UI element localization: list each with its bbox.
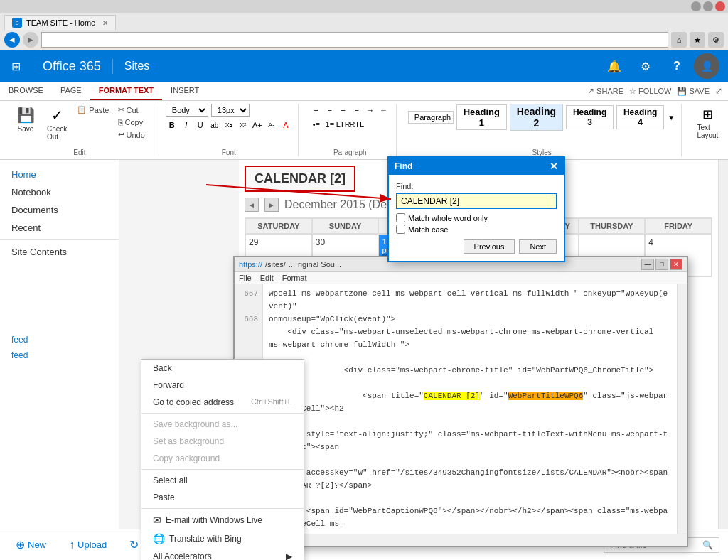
copy-icon: ⎘: [118, 118, 123, 126]
calendar-next-button[interactable]: ►: [264, 198, 279, 212]
ctx-accelerators[interactable]: All Accelerators ▶: [141, 548, 304, 560]
waffle-button[interactable]: ⊞: [0, 50, 31, 82]
calendar-title: CALENDAR [2]: [245, 166, 355, 192]
nav-recent[interactable]: Recent: [0, 219, 119, 237]
previous-button[interactable]: Previous: [464, 239, 515, 254]
style-heading3[interactable]: Heading 3: [566, 105, 614, 129]
nav-notebook[interactable]: Notebook: [0, 183, 119, 201]
follow-button[interactable]: ☆ FOLLOW: [629, 87, 671, 96]
underline-button[interactable]: U: [194, 119, 207, 131]
tab-insert[interactable]: INSERT: [162, 82, 208, 100]
expand-icon[interactable]: ⤢: [715, 86, 722, 96]
feed-item-2[interactable]: feed: [0, 348, 119, 363]
ctx-translate-bing[interactable]: 🌐 Translate with Bing: [141, 529, 304, 548]
next-button[interactable]: Next: [519, 239, 557, 254]
numbered-list-button[interactable]: 1≡: [323, 118, 336, 131]
align-left-button[interactable]: ≡: [310, 104, 323, 117]
forward-button[interactable]: ►: [23, 32, 38, 48]
styles-more-button[interactable]: ▼: [667, 111, 675, 124]
bell-icon[interactable]: 🔔: [600, 50, 628, 82]
find-close-button[interactable]: ✕: [550, 161, 558, 172]
match-case-checkbox[interactable]: [396, 225, 405, 234]
calendar-prev-button[interactable]: ◄: [245, 198, 259, 212]
tab-close-button[interactable]: ✕: [102, 19, 108, 27]
ctx-select-all[interactable]: Select all: [141, 472, 304, 489]
style-heading1[interactable]: Heading 1: [456, 104, 507, 130]
code-area[interactable]: wpcell ms-webpartzone-cell ms-webpart-ce…: [263, 284, 677, 534]
superscript-button[interactable]: X²: [237, 119, 250, 131]
style-paragraph[interactable]: Paragraph: [408, 111, 454, 124]
favorites-button[interactable]: ★: [690, 32, 705, 48]
address-bar[interactable]: [41, 32, 668, 48]
source-scrollbar[interactable]: [677, 284, 687, 534]
decrease-font-button[interactable]: A-: [265, 119, 278, 131]
main-scrollbar[interactable]: [718, 160, 728, 560]
undo-button[interactable]: ↩ Undo: [115, 129, 148, 141]
source-menu-file[interactable]: File: [239, 274, 252, 282]
italic-button[interactable]: I: [180, 119, 193, 131]
nav-site-contents[interactable]: Site Contents: [0, 243, 119, 261]
save-ribbon-button[interactable]: 💾 SAVE: [677, 87, 710, 96]
upload-button[interactable]: ↑ Upload: [62, 535, 114, 555]
tab-format-text[interactable]: FORMAT TEXT: [90, 82, 162, 100]
source-min-button[interactable]: —: [641, 259, 654, 270]
font-family-dropdown[interactable]: Body: [166, 104, 208, 117]
ctx-paste[interactable]: Paste: [141, 489, 304, 506]
ctx-copy-bg: Copy background: [141, 450, 304, 467]
save-button[interactable]: 💾 Save: [11, 104, 40, 136]
align-right-button[interactable]: ≡: [337, 104, 350, 117]
rtl-button[interactable]: RTL: [350, 118, 363, 131]
ctx-go-to-copied[interactable]: Go to copied address Ctrl+Shift+L: [141, 394, 304, 411]
font-size-dropdown[interactable]: 13px: [211, 104, 250, 117]
strikethrough-button[interactable]: ab: [208, 119, 221, 131]
align-center-button[interactable]: ≡: [323, 104, 336, 117]
share-button[interactable]: ↗ SHARE: [587, 86, 623, 96]
bold-button[interactable]: B: [166, 119, 178, 131]
source-menu-format[interactable]: Format: [282, 274, 307, 282]
cut-button[interactable]: ✂ Cut: [115, 104, 148, 116]
outdent-button[interactable]: ←: [378, 104, 390, 117]
tab-page[interactable]: PAGE: [52, 82, 90, 100]
match-whole-word-checkbox[interactable]: [396, 213, 405, 222]
checkout-button[interactable]: ✓ Check Out: [43, 104, 71, 144]
ctx-email-live[interactable]: ✉ E-mail with Windows Live: [141, 511, 304, 529]
settings-icon[interactable]: ⚙: [631, 50, 660, 82]
nav-documents[interactable]: Documents: [0, 201, 119, 219]
ctx-back[interactable]: Back: [141, 360, 304, 377]
style-heading4[interactable]: Heading 4: [616, 105, 664, 129]
ltr-button[interactable]: LTR: [337, 118, 350, 131]
close-button[interactable]: [715, 1, 725, 11]
maximize-button[interactable]: [703, 1, 713, 11]
back-button[interactable]: ◄: [4, 32, 20, 48]
subscript-button[interactable]: X₂: [223, 119, 235, 131]
source-max-button[interactable]: □: [655, 259, 668, 270]
avatar[interactable]: 👤: [694, 53, 719, 79]
upload-label: Upload: [77, 539, 107, 550]
tab-browse[interactable]: BROWSE: [0, 82, 52, 100]
font-color-button[interactable]: A: [279, 119, 292, 131]
ctx-forward[interactable]: Forward: [141, 377, 304, 394]
new-icon: ⊕: [16, 538, 25, 551]
source-menu-edit[interactable]: Edit: [260, 274, 274, 282]
browser-tab[interactable]: S TEAM SITE - Home ✕: [4, 15, 116, 30]
paste-button[interactable]: 📋 Paste: [74, 104, 112, 116]
align-justify-button[interactable]: ≡: [350, 104, 363, 117]
help-icon[interactable]: ?: [663, 50, 691, 82]
font-dropdowns: Body 13px: [166, 104, 250, 117]
feed-item-1[interactable]: feed: [0, 332, 119, 348]
minimize-button[interactable]: [691, 1, 701, 11]
save-icon: 💾: [677, 87, 687, 96]
indent-button[interactable]: →: [364, 104, 377, 117]
source-close-button[interactable]: ✕: [670, 259, 682, 270]
nav-home[interactable]: Home: [0, 166, 119, 183]
copy-button[interactable]: ⎘ Copy: [115, 117, 148, 128]
text-layout-button[interactable]: ⊞ Text Layout: [693, 104, 722, 142]
bullet-list-button[interactable]: •≡: [310, 118, 323, 131]
settings-button[interactable]: ⚙: [708, 32, 724, 48]
new-button[interactable]: ⊕ New: [9, 534, 53, 555]
style-heading2[interactable]: Heading 2: [510, 104, 563, 131]
home-button[interactable]: ⌂: [671, 32, 687, 48]
find-input[interactable]: [396, 193, 557, 209]
search-icon[interactable]: 🔍: [702, 540, 713, 550]
increase-font-button[interactable]: A+: [251, 119, 264, 131]
